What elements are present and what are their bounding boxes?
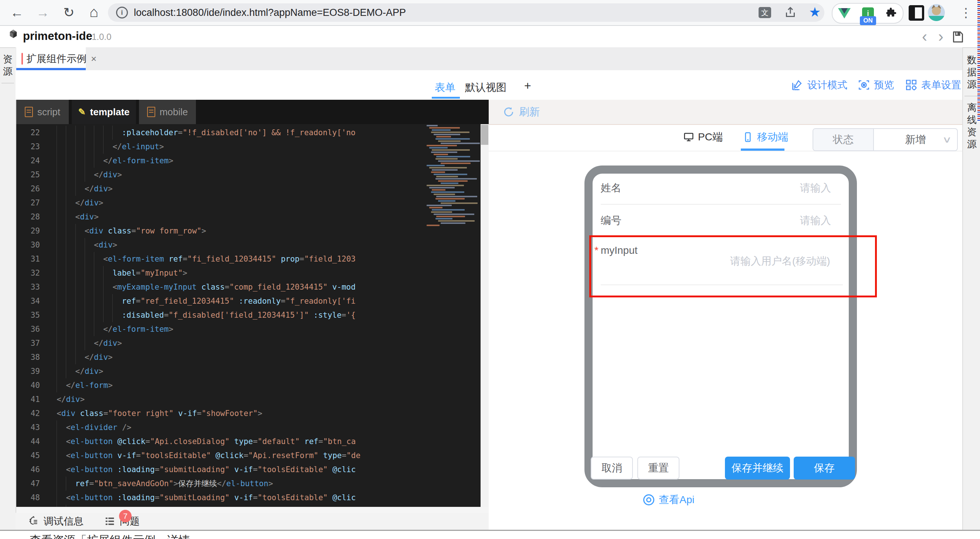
field-placeholder-name[interactable]: 请输入: [800, 181, 831, 195]
debug-info-button[interactable]: 调试信息: [28, 515, 84, 528]
editor-tab-script[interactable]: script: [16, 100, 69, 124]
address-bar[interactable]: i localhost:18080/ide/index.html?appName…: [108, 3, 824, 22]
reload-icon[interactable]: ↻: [60, 4, 78, 21]
code-token-punc: <: [66, 451, 71, 460]
save-and-continue-button[interactable]: 保存并继续: [725, 457, 790, 480]
form-settings-button[interactable]: 表单设置: [905, 78, 961, 92]
cancel-button[interactable]: 取消: [591, 457, 633, 480]
tab-pc[interactable]: PC端: [683, 130, 723, 144]
code-editor[interactable]: script ✎ template mobile 22:placeholder=…: [16, 100, 489, 513]
code-token-text: [318, 451, 323, 460]
editor-minimap[interactable]: [425, 125, 480, 332]
history-forward-icon[interactable]: ›: [938, 29, 943, 44]
code-token-punc: </: [94, 339, 103, 348]
minimap-row: [434, 214, 474, 215]
reset-button[interactable]: 重置: [637, 457, 679, 480]
home-icon[interactable]: ⌂: [85, 3, 103, 21]
tab-mobile[interactable]: 移动端: [742, 130, 788, 144]
code-line-24: 24</el-form-item>: [16, 154, 425, 168]
minimap-row: [441, 163, 471, 164]
code-token-str: "footer right": [108, 409, 173, 418]
code-token-str: "showFooter": [202, 409, 258, 418]
save-icon[interactable]: [951, 30, 964, 45]
vue-devtools-icon[interactable]: [838, 8, 851, 19]
extension-on-icon[interactable]: i ON: [862, 7, 874, 19]
minimap-row: [438, 200, 455, 202]
code-token-punc: </: [103, 156, 112, 165]
code-token-tag: div: [61, 409, 75, 418]
site-info-icon[interactable]: i: [116, 6, 128, 19]
field-placeholder-number[interactable]: 请输入: [800, 214, 831, 228]
view-api-link[interactable]: 查看Api: [643, 493, 694, 507]
code-token-str: "toolsEditable": [141, 451, 211, 460]
puzzle-extensions-icon[interactable]: [885, 6, 897, 20]
history-back-icon[interactable]: ‹: [922, 29, 927, 44]
preview-button[interactable]: 预览: [858, 78, 894, 92]
code-token-attr: :readonly: [239, 296, 281, 306]
code-token-attr: v-mod: [332, 283, 356, 292]
editor-scrollbar-thumb[interactable]: [481, 125, 488, 145]
editor-vertical-scrollbar[interactable]: [480, 124, 489, 507]
browser-menu-icon[interactable]: ⋮: [960, 5, 967, 21]
app-version: 1.0.0: [92, 32, 111, 42]
code-token-punc: =: [164, 311, 169, 320]
code-token-punc: >: [108, 184, 113, 193]
bookmark-star-icon[interactable]: ★: [809, 6, 821, 19]
code-line-38: 38</div>: [16, 350, 425, 364]
share-icon[interactable]: [784, 6, 797, 21]
translate-icon[interactable]: 文: [759, 7, 771, 18]
code-token-punc: =: [103, 409, 108, 418]
code-token-punc: </: [66, 381, 75, 390]
code-line-48: 48<el-button :loading="submitLoading" v-…: [16, 491, 425, 505]
design-mode-button[interactable]: 设计模式: [791, 78, 847, 92]
editor-tab-mobile[interactable]: mobile: [139, 100, 196, 124]
code-token-text: [229, 437, 234, 446]
code-token-text: [117, 423, 122, 432]
code-line-35: 35:disabled="f_disabled['field_12034415'…: [16, 308, 425, 322]
form-settings-label: 表单设置: [921, 78, 961, 92]
code-token-punc: />: [122, 423, 131, 432]
tab-form[interactable]: 表单: [435, 81, 455, 95]
code-token-str: "btn_ca: [323, 437, 356, 446]
refresh-icon: [503, 106, 515, 118]
code-token-punc: </: [103, 325, 112, 334]
code-line-43: 43<el-divider />: [16, 420, 425, 434]
document-tabbar: [16, 47, 962, 71]
sidebar-toggle-icon[interactable]: [908, 5, 924, 21]
forward-icon[interactable]: →: [34, 4, 52, 21]
app-title: primeton-ide: [23, 30, 92, 43]
editor-horizontal-scrollbar[interactable]: [16, 507, 489, 513]
view-api-label: 查看Api: [659, 493, 694, 507]
code-content[interactable]: 22:placeholder="!f_disabled['no'] && !f_…: [16, 124, 425, 507]
tab-extension-component-example[interactable]: 扩展组件示例 ×: [16, 47, 86, 70]
code-token-punc: </: [94, 170, 103, 179]
code-token-tag: div: [89, 227, 103, 235]
close-tab-icon[interactable]: ×: [91, 53, 97, 65]
code-token-punc: >: [258, 409, 262, 418]
field-divider: [601, 204, 841, 205]
add-view-button[interactable]: +: [524, 79, 531, 93]
debug-icon: [28, 516, 39, 527]
sidebar-item-resources[interactable]: 资源: [0, 48, 16, 78]
state-select[interactable]: 新增 ∨: [874, 129, 957, 151]
code-token-attr: class: [80, 409, 103, 418]
code-token-tag: el-button: [71, 465, 113, 474]
preview-eye-icon: [858, 79, 870, 91]
code-token-punc: <: [94, 241, 99, 249]
code-token-attr: v-if: [234, 493, 253, 502]
profile-avatar[interactable]: [928, 4, 945, 21]
field-label-name: 姓名: [601, 181, 621, 195]
editor-tab-template[interactable]: ✎ template: [72, 100, 136, 124]
code-token-text: [276, 255, 281, 263]
save-button[interactable]: 保存: [794, 457, 855, 480]
minimap-row: [426, 225, 439, 226]
back-icon[interactable]: ←: [8, 4, 26, 21]
form-tab-underline: [432, 97, 460, 98]
code-token-attr: prop: [281, 255, 300, 263]
url-text[interactable]: localhost:18080/ide/index.html?appName=E…: [134, 7, 406, 19]
code-token-punc: >: [108, 353, 113, 361]
refresh-button[interactable]: 刷新: [503, 105, 540, 119]
tab-default-view[interactable]: 默认视图: [465, 81, 506, 95]
code-token-str: "submitLoading": [159, 465, 229, 474]
minimap-row: [431, 191, 464, 193]
